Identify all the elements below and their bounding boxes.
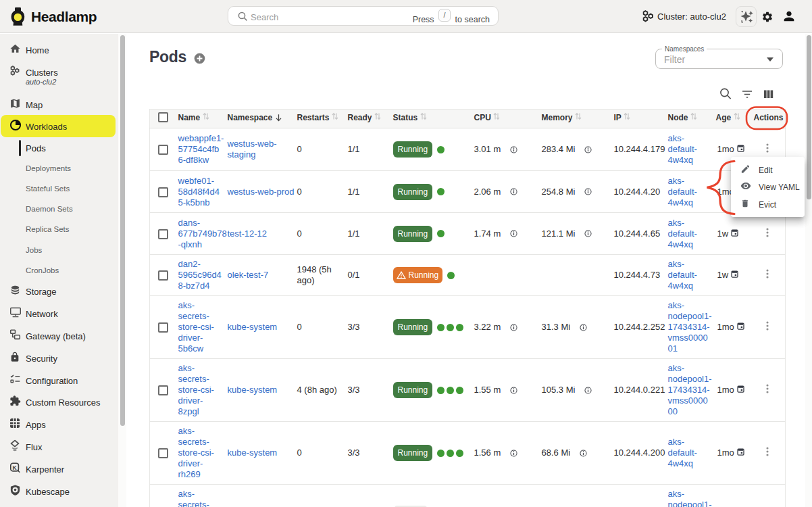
- svg-text:K: K: [13, 464, 18, 471]
